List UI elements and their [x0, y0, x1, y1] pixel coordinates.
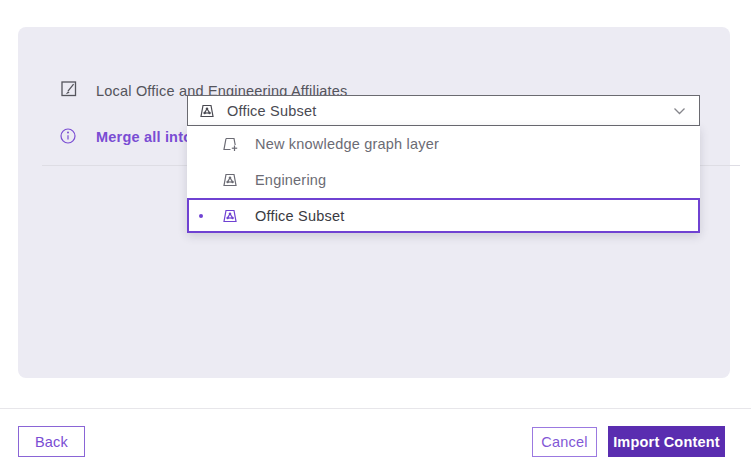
sketch-layer-icon: [60, 80, 78, 98]
knowledge-graph-layer-icon: [221, 171, 239, 189]
knowledge-graph-layer-icon: [198, 102, 216, 120]
merge-all-into-label: Merge all into: [96, 129, 192, 145]
knowledge-graph-layer-icon: [221, 207, 239, 225]
import-content-button[interactable]: Import Content: [608, 426, 725, 457]
dropdown-option-office-subset-selected[interactable]: Office Subset: [187, 198, 700, 233]
info-icon[interactable]: [59, 127, 77, 145]
footer-divider: [0, 408, 751, 409]
chevron-down-icon: [673, 107, 686, 116]
dropdown-option-label: Office Subset: [255, 208, 344, 224]
merge-target-dropdown: New knowledge graph layer Enginering: [187, 126, 700, 233]
dropdown-option-new-layer[interactable]: New knowledge graph layer: [187, 126, 700, 162]
select-value: Office Subset: [227, 103, 316, 119]
back-button[interactable]: Back: [18, 426, 85, 457]
merge-target-select[interactable]: Office Subset: [187, 95, 700, 126]
new-knowledge-graph-layer-icon: [221, 135, 239, 153]
dropdown-option-label: Enginering: [255, 172, 326, 188]
cancel-button[interactable]: Cancel: [532, 427, 597, 457]
import-content-dialog: Local Office and Engineering Affiliates …: [0, 0, 751, 470]
dropdown-option-label: New knowledge graph layer: [255, 136, 439, 152]
selected-dot-icon: [199, 214, 203, 218]
dropdown-option-enginering[interactable]: Enginering: [187, 162, 700, 198]
